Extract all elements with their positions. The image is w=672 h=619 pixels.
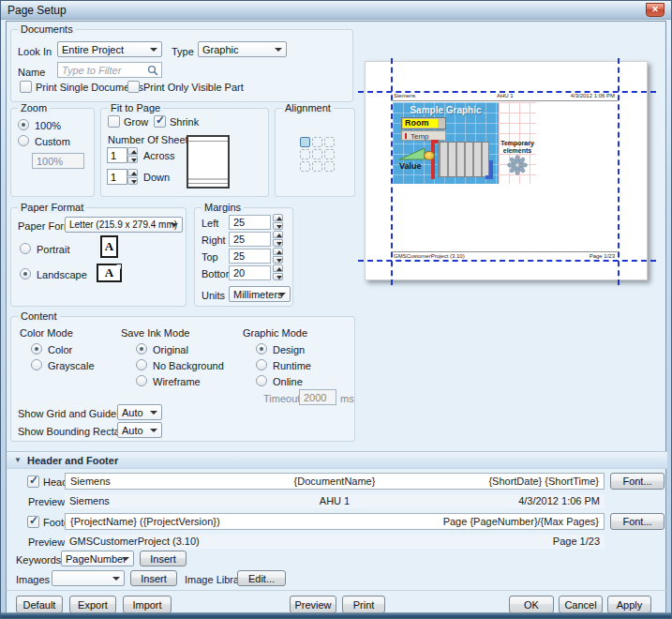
- margin-left-input[interactable]: 25: [229, 215, 271, 230]
- look-in-select[interactable]: Entire Project: [57, 41, 162, 57]
- alignment-cell-top-left[interactable]: [300, 137, 310, 147]
- margin-right-input[interactable]: 25: [229, 232, 271, 247]
- keywords-select[interactable]: PageNumber: [61, 551, 134, 566]
- zoom-custom-value-input[interactable]: 100%: [32, 153, 84, 169]
- header-footer-section-header[interactable]: ▼ Header and Footer: [7, 451, 667, 469]
- landscape-icon: A: [97, 264, 122, 282]
- sheets-across-stepper[interactable]: [127, 147, 138, 163]
- keywords-insert-button[interactable]: Insert: [140, 551, 187, 566]
- image-library-edit-button[interactable]: Edit...: [237, 570, 286, 586]
- landscape-radio[interactable]: [20, 268, 31, 279]
- footer-field[interactable]: {ProjectName} ({ProjectVersion}) Page {P…: [65, 513, 605, 530]
- portrait-radio[interactable]: [20, 243, 31, 254]
- images-select[interactable]: [52, 570, 125, 586]
- header-preview-center: AHU 1: [320, 495, 350, 506]
- spin-up-icon[interactable]: [273, 231, 283, 238]
- runtime-radio[interactable]: [256, 359, 267, 370]
- alignment-cell-bottom-right[interactable]: [324, 161, 335, 172]
- ok-button[interactable]: OK: [509, 596, 554, 613]
- grayscale-radio[interactable]: [31, 359, 42, 370]
- timeout-input[interactable]: 2000: [299, 389, 336, 405]
- header-checkbox[interactable]: ✓: [27, 476, 39, 488]
- print-button[interactable]: Print: [342, 596, 385, 613]
- header-field[interactable]: Siemens {DocumentName} {ShortDate} {Shor…: [65, 473, 605, 490]
- cancel-button[interactable]: Cancel: [559, 596, 603, 613]
- print-preview-page[interactable]: Siemens AHU 1 4/3/2012 1:06 PM Sample Gr…: [365, 61, 648, 280]
- spin-up-icon[interactable]: [127, 169, 138, 176]
- color-radio[interactable]: [31, 343, 42, 355]
- alignment-cell-bottom-center[interactable]: [312, 161, 322, 172]
- close-button[interactable]: ✕: [646, 3, 665, 17]
- footer-checkbox[interactable]: ✓: [27, 516, 39, 528]
- spin-down-icon[interactable]: [127, 177, 138, 185]
- shrink-checkbox[interactable]: ✓: [154, 115, 166, 128]
- export-button[interactable]: Export: [69, 596, 116, 613]
- images-label: Images: [16, 574, 50, 585]
- online-radio[interactable]: [256, 375, 267, 386]
- color-mode-label: Color Mode: [20, 327, 73, 339]
- margin-top-stepper[interactable]: [273, 248, 283, 264]
- margin-bottom-stepper[interactable]: [273, 264, 283, 280]
- zoom-100-label: 100%: [35, 120, 61, 131]
- margin-right-stepper[interactable]: [273, 231, 283, 247]
- sheets-down-stepper[interactable]: [127, 169, 138, 185]
- grow-checkbox[interactable]: [108, 115, 120, 128]
- grow-label: Grow: [124, 116, 148, 128]
- spin-up-icon[interactable]: [127, 147, 138, 155]
- footer-font-button[interactable]: Font...: [610, 513, 665, 530]
- page-footer-rule: [393, 251, 618, 252]
- zoom-custom-radio[interactable]: [18, 135, 29, 146]
- preview-button[interactable]: Preview: [290, 596, 336, 613]
- units-select[interactable]: Millimeters: [229, 286, 291, 302]
- alignment-cell-top-right[interactable]: [324, 137, 335, 147]
- paper-form-select[interactable]: Letter (215.9 x 279.4 mm): [65, 217, 183, 233]
- zoom-group-label: Zoom: [18, 102, 50, 113]
- zoom-100-radio[interactable]: [18, 119, 29, 130]
- margin-top-input[interactable]: 25: [229, 249, 271, 264]
- spin-up-icon[interactable]: [273, 248, 283, 255]
- portrait-icon: A: [100, 235, 118, 258]
- original-radio[interactable]: [136, 343, 147, 355]
- title-bar[interactable]: Page Setup ✕: [1, 1, 671, 20]
- print-single-documents-checkbox[interactable]: [20, 81, 32, 93]
- alignment-cell-top-center[interactable]: [312, 137, 322, 147]
- thermometer-icon: [405, 133, 407, 139]
- no-background-radio[interactable]: [136, 359, 147, 370]
- bottom-margin-guide[interactable]: [358, 260, 656, 262]
- temp-box: Temp: [401, 130, 446, 141]
- spin-down-icon[interactable]: [273, 273, 283, 280]
- import-button[interactable]: Import: [123, 596, 172, 613]
- type-select[interactable]: Graphic: [198, 41, 287, 57]
- margin-bottom-input[interactable]: 20: [229, 265, 271, 280]
- spin-down-icon[interactable]: [273, 239, 283, 247]
- apply-button[interactable]: Apply: [607, 596, 651, 613]
- radio-dot-icon: [260, 347, 263, 351]
- sheets-down-input[interactable]: 1: [107, 169, 127, 185]
- margin-left-stepper[interactable]: [273, 214, 283, 230]
- default-button[interactable]: Default: [16, 596, 63, 613]
- images-insert-button[interactable]: Insert: [130, 570, 177, 586]
- keywords-label: Keywords: [16, 554, 61, 566]
- header-font-button[interactable]: Font...: [610, 473, 665, 490]
- show-bounding-select[interactable]: Auto: [117, 422, 162, 438]
- page-setup-dialog: Page Setup ✕ Documents Look In Entire Pr…: [0, 0, 672, 619]
- print-only-visible-checkbox[interactable]: [127, 81, 140, 93]
- chevron-down-icon: [275, 48, 282, 52]
- collapse-triangle-icon[interactable]: ▼: [14, 456, 22, 464]
- design-radio[interactable]: [256, 343, 267, 355]
- alignment-cell-middle-center[interactable]: [312, 149, 322, 159]
- spin-up-icon[interactable]: [273, 214, 283, 221]
- alignment-cell-middle-right[interactable]: [324, 149, 335, 159]
- spin-down-icon[interactable]: [127, 156, 138, 163]
- alignment-cell-middle-left[interactable]: [300, 149, 310, 159]
- alignment-cell-bottom-left[interactable]: [300, 161, 310, 172]
- wireframe-radio[interactable]: [136, 375, 147, 386]
- online-label: Online: [273, 376, 303, 387]
- spin-down-icon[interactable]: [273, 256, 283, 264]
- search-icon[interactable]: [147, 65, 158, 76]
- print-only-visible-label: Print Only Visible Part: [143, 82, 244, 93]
- spin-up-icon[interactable]: [273, 264, 283, 272]
- show-grid-select[interactable]: Auto: [117, 404, 162, 420]
- spin-down-icon[interactable]: [273, 222, 283, 230]
- sheets-across-input[interactable]: 1: [107, 147, 127, 163]
